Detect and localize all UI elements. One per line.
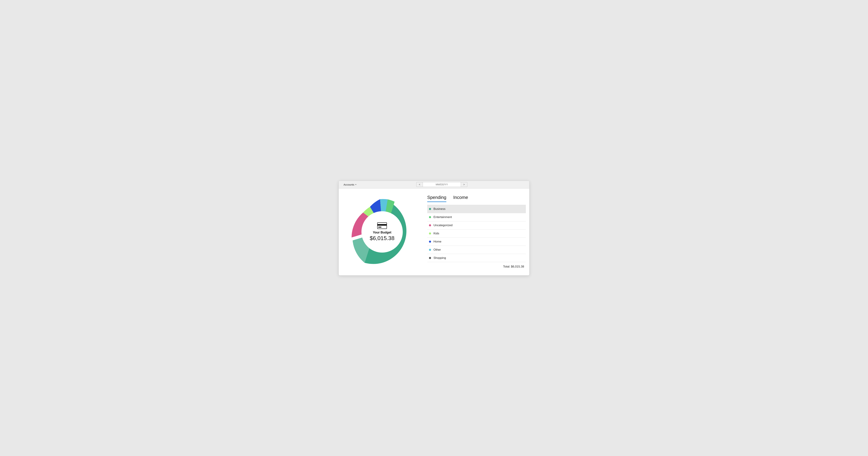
category-name: Uncategorized (433, 224, 453, 227)
category-dot (429, 249, 431, 251)
category-list: BusinessEntertainmentUncategorizedKidsHo… (427, 205, 526, 262)
tab-spending[interactable]: Spending (427, 195, 446, 202)
total-label: Total: $6,015.38 (503, 265, 524, 268)
accounts-button[interactable]: Accounts ▾ (342, 182, 358, 187)
category-item[interactable]: Uncategorized (427, 221, 526, 229)
prev-date-button[interactable]: < (416, 182, 423, 187)
category-name: Kids (433, 232, 439, 235)
svg-rect-1 (377, 224, 387, 226)
date-navigation: < MM/DD/YY > (358, 182, 526, 187)
category-dot (429, 208, 431, 210)
category-item[interactable]: Kids (427, 229, 526, 238)
tabs: Spending Income (427, 195, 526, 202)
category-name: Entertainment (433, 216, 452, 219)
date-display: MM/DD/YY (423, 182, 461, 187)
chart-area: Your Budget $6,015.38 (344, 194, 420, 270)
chevron-down-icon: ▾ (355, 183, 356, 186)
category-dot (429, 257, 431, 259)
category-dot (429, 240, 431, 243)
category-dot (429, 216, 431, 218)
tab-income[interactable]: Income (453, 195, 468, 202)
next-date-button[interactable]: > (461, 182, 467, 187)
chart-center: Your Budget $6,015.38 (370, 222, 395, 241)
category-item[interactable]: Business (427, 205, 526, 213)
accounts-label: Accounts (344, 183, 354, 186)
main-content: Your Budget $6,015.38 Spending Income Bu… (339, 189, 529, 275)
svg-rect-2 (378, 227, 381, 228)
category-item[interactable]: Home (427, 238, 526, 246)
app-window: Accounts ▾ < MM/DD/YY > (339, 181, 529, 276)
category-item[interactable]: Entertainment (427, 213, 526, 221)
budget-label: Your Budget (373, 231, 392, 234)
category-name: Shopping (433, 256, 446, 260)
category-name: Home (433, 240, 441, 244)
category-item[interactable]: Shopping (427, 254, 526, 262)
toolbar: Accounts ▾ < MM/DD/YY > (339, 181, 529, 189)
category-item[interactable]: Other (427, 246, 526, 254)
category-dot (429, 224, 431, 226)
credit-card-icon (377, 222, 387, 229)
category-name: Business (433, 207, 445, 211)
total-row: Total: $6,015.38 (427, 262, 526, 269)
category-dot (429, 232, 431, 234)
right-panel: Spending Income BusinessEntertainmentUnc… (427, 195, 526, 269)
category-name: Other (433, 248, 441, 252)
budget-amount: $6,015.38 (370, 235, 395, 241)
